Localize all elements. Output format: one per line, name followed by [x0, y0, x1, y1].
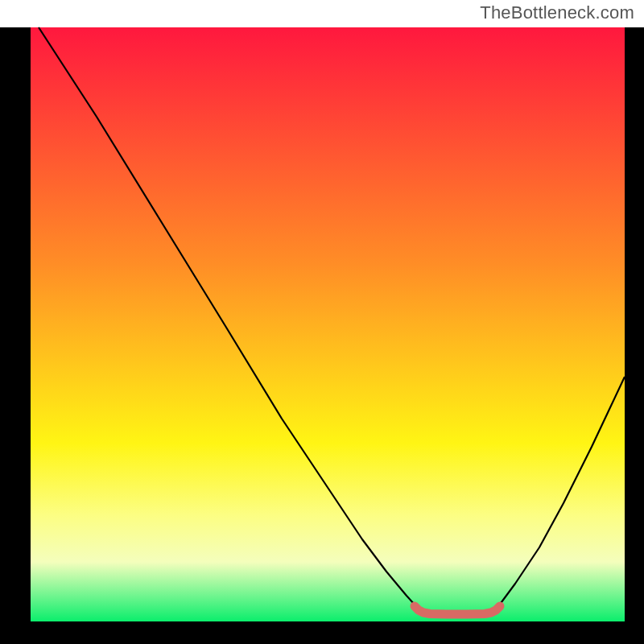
watermark-label: TheBottleneck.com [480, 2, 634, 23]
plot-gradient [31, 27, 625, 621]
border-bottom [0, 621, 644, 644]
border-left [0, 27, 31, 644]
chart-svg [0, 0, 644, 644]
border-right [625, 27, 644, 644]
chart-container: TheBottleneck.com [0, 0, 644, 644]
